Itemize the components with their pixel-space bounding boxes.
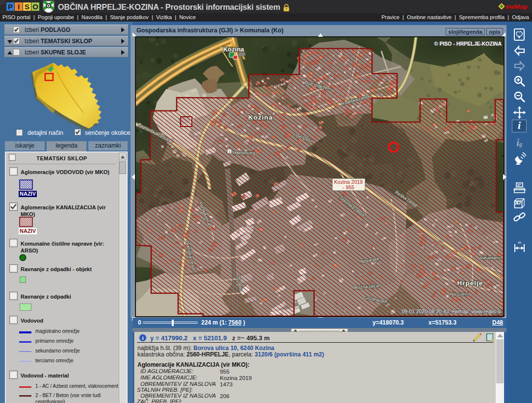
svg-text:Kozina: Kozina xyxy=(248,114,273,121)
svg-text:09.01.2020 08:20:43, ewmap, ww: 09.01.2020 08:20:43, ewmap, www.realis.s… xyxy=(401,308,501,314)
svg-text:Mestni trg: Mestni trg xyxy=(235,150,255,155)
svg-text:- 955: - 955 xyxy=(343,184,354,190)
svg-text:Hrpelje: Hrpelje xyxy=(457,279,483,287)
svg-text:i: i xyxy=(142,335,143,341)
svg-text:© PISO - HRPELJE-KOZINA: © PISO - HRPELJE-KOZINA xyxy=(434,41,502,47)
svg-text:Na Gorici: Na Gorici xyxy=(450,292,469,297)
svg-text:Kozina: Kozina xyxy=(223,46,244,53)
svg-text:m: m xyxy=(518,240,521,245)
svg-text:V Kantanu: V Kantanu xyxy=(480,255,501,260)
